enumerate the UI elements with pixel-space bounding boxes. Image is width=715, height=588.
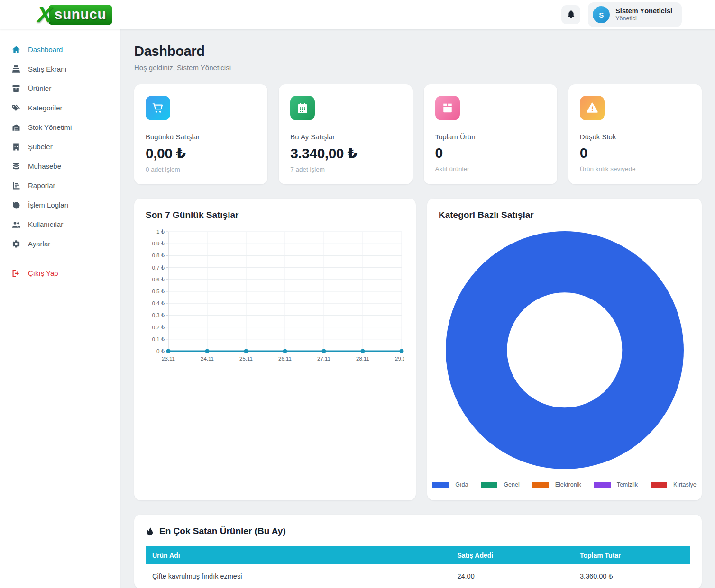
warehouse-icon (11, 123, 21, 132)
sidebar-item-stok-yonetimi[interactable]: Stok Yönetimi (0, 118, 120, 137)
stat-value: 3.340,00 ₺ (290, 145, 401, 162)
page-title: Dashboard (134, 44, 702, 59)
stat-card: Bugünkü Satışlar0,00 ₺0 adet işlem (134, 84, 267, 184)
legend-swatch (532, 482, 549, 488)
app-header: X sunucu S Sistem Yöneticisi Yönetici (0, 0, 715, 29)
avatar: S (593, 6, 610, 23)
top-products-title: En Çok Satan Ürünler (Bu Ay) (159, 526, 286, 536)
sidebar-item-urunler[interactable]: Ürünler (0, 79, 120, 98)
legend-item-kırtasiye[interactable]: Kırtasiye (651, 481, 697, 488)
sidebar-item-kullanicilar[interactable]: Kullanıcılar (0, 215, 120, 234)
sidebar-item-satis-ekrani[interactable]: Satış Ekranı (0, 59, 120, 79)
home-icon (11, 45, 21, 54)
warning-icon (580, 96, 605, 120)
sidebar-item-label: Muhasebe (28, 162, 61, 170)
legend-swatch (432, 482, 449, 488)
sidebar: DashboardSatış EkranıÜrünlerKategorilerS… (0, 29, 121, 588)
line-chart-title: Son 7 Günlük Satışlar (146, 210, 404, 220)
sidebar-item-label: Kullanıcılar (28, 220, 63, 228)
chart-legend: GıdaGenelElektronikTemizlikKırtasiye (439, 479, 690, 489)
legend-label: Elektronik (555, 481, 581, 488)
app-root: X sunucu S Sistem Yöneticisi Yönetici Da… (0, 0, 715, 588)
user-name: Sistem Yöneticisi (615, 7, 672, 15)
donut-chart-card: Kategori Bazlı Satışlar GıdaGenelElektro… (427, 199, 702, 500)
stat-value: 0 (435, 145, 546, 161)
charts-row: Son 7 Günlük Satışlar 0 ₺0,1 ₺0,2 ₺0,3 ₺… (134, 199, 702, 500)
svg-text:0,3 ₺: 0,3 ₺ (152, 312, 165, 318)
sidebar-item-logout[interactable]: Çıkış Yap (0, 263, 120, 283)
coins-icon (11, 162, 21, 171)
fire-icon (146, 527, 155, 536)
svg-text:0,8 ₺: 0,8 ₺ (152, 253, 165, 258)
legend-swatch (594, 482, 611, 488)
sidebar-item-ayarlar[interactable]: Ayarlar (0, 234, 120, 253)
legend-item-elektronik[interactable]: Elektronik (532, 481, 581, 488)
product-box-icon (435, 96, 460, 120)
stats-grid: Bugünkü Satışlar0,00 ₺0 adet işlemBu Ay … (134, 84, 702, 184)
logo-x: X (37, 3, 52, 26)
legend-label: Genel (504, 481, 519, 488)
svg-text:0 ₺: 0 ₺ (156, 348, 165, 354)
user-menu[interactable]: S Sistem Yöneticisi Yönetici (588, 2, 682, 27)
legend-label: Temizlik (617, 481, 638, 488)
sidebar-item-label: Dashboard (28, 45, 63, 54)
sidebar-nav: DashboardSatış EkranıÜrünlerKategorilerS… (0, 40, 120, 253)
tags-icon (11, 103, 21, 113)
stat-sub: 7 adet işlem (290, 166, 401, 173)
sidebar-item-kategoriler[interactable]: Kategoriler (0, 98, 120, 118)
table-cell: Çifte kavrulmuş fındık ezmesi (146, 564, 450, 588)
legend-swatch (651, 482, 667, 488)
sidebar-item-muhasebe[interactable]: Muhasebe (0, 156, 120, 176)
svg-text:0,4 ₺: 0,4 ₺ (152, 300, 165, 306)
stat-sub: Ürün kritik seviyede (580, 165, 690, 172)
users-icon (11, 220, 21, 229)
sidebar-item-label: İşlem Logları (28, 201, 69, 209)
building-icon (11, 142, 21, 152)
app-logo[interactable]: X sunucu (37, 3, 112, 26)
svg-text:26.11: 26.11 (278, 356, 292, 362)
svg-text:28.11: 28.11 (356, 356, 369, 362)
sidebar-item-subeler[interactable]: Şubeler (0, 137, 120, 156)
sidebar-item-label: Şubeler (28, 143, 53, 151)
svg-text:29.11: 29.11 (395, 356, 404, 362)
sidebar-item-label: Ürünler (28, 84, 51, 92)
top-products-header: En Çok Satan Ürünler (Bu Ay) (146, 526, 690, 536)
stat-label: Bugünkü Satışlar (146, 133, 256, 141)
stat-label: Toplam Ürün (435, 133, 546, 141)
legend-item-gıda[interactable]: Gıda (432, 481, 468, 488)
sidebar-item-label: Raporlar (28, 181, 55, 190)
stat-label: Bu Ay Satışlar (290, 133, 401, 141)
cash-register-icon (11, 64, 21, 74)
bell-icon (567, 9, 576, 20)
sidebar-item-islem-loglari[interactable]: İşlem Logları (0, 195, 120, 215)
logout-label: Çıkış Yap (28, 269, 58, 277)
line-chart-card: Son 7 Günlük Satışlar 0 ₺0,1 ₺0,2 ₺0,3 ₺… (134, 199, 416, 500)
legend-item-genel[interactable]: Genel (481, 481, 519, 488)
bar-chart-icon (11, 181, 21, 190)
top-products-table: Ürün Adı Satış Adedi Toplam Tutar Çifte … (146, 546, 690, 588)
svg-text:0,1 ₺: 0,1 ₺ (152, 336, 165, 342)
main-content: Dashboard Hoş geldiniz, Sistem Yöneticis… (121, 29, 715, 588)
line-chart: 0 ₺0,1 ₺0,2 ₺0,3 ₺0,4 ₺0,5 ₺0,6 ₺0,7 ₺0,… (146, 227, 404, 369)
table-cell: 24.00 (450, 564, 573, 588)
page-subtitle: Hoş geldiniz, Sistem Yöneticisi (134, 63, 702, 72)
svg-text:23.11: 23.11 (162, 356, 175, 362)
stat-card: Toplam Ürün0Aktif ürünler (424, 84, 557, 184)
donut-chart (446, 231, 684, 469)
sidebar-item-label: Satış Ekranı (28, 65, 67, 73)
table-row: Çifte kavrulmuş fındık ezmesi24.003.360,… (146, 564, 690, 588)
svg-text:27.11: 27.11 (317, 356, 330, 362)
legend-item-temizlik[interactable]: Temizlik (594, 481, 638, 488)
stat-card: Düşük Stok0Ürün kritik seviyede (568, 84, 702, 184)
user-role: Yönetici (615, 15, 672, 23)
notifications-button[interactable] (561, 5, 580, 24)
sidebar-item-dashboard[interactable]: Dashboard (0, 40, 120, 59)
svg-text:0,7 ₺: 0,7 ₺ (152, 265, 165, 271)
cart-icon (146, 96, 170, 120)
donut-chart-title: Kategori Bazlı Satışlar (439, 210, 690, 220)
svg-text:25.11: 25.11 (239, 356, 253, 362)
top-products-card: En Çok Satan Ürünler (Bu Ay) Ürün Adı Sa… (134, 515, 702, 588)
sidebar-item-raporlar[interactable]: Raporlar (0, 176, 120, 195)
header-right: S Sistem Yöneticisi Yönetici (561, 2, 682, 27)
legend-label: Gıda (455, 481, 468, 488)
